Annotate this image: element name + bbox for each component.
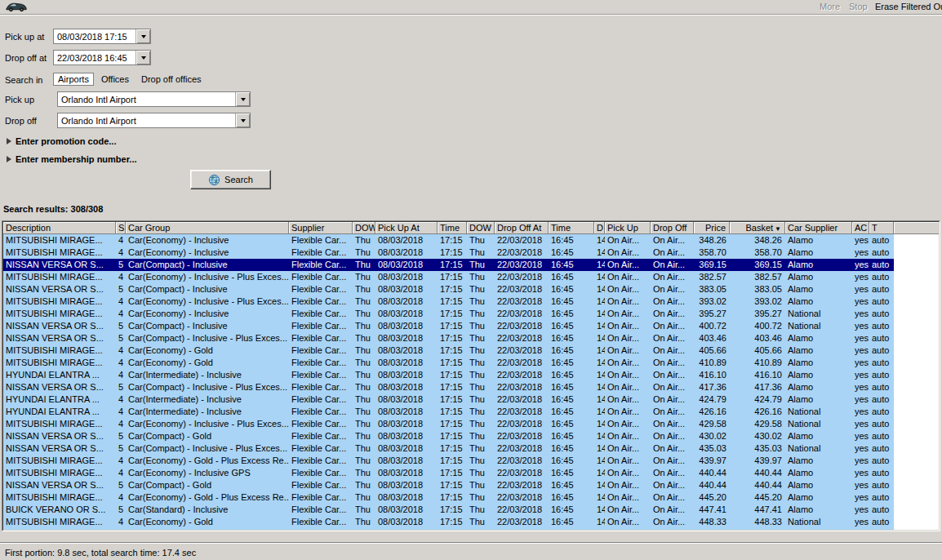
dropoff-location-combo[interactable]: Orlando Intl Airport [57, 113, 251, 128]
cell-d: 14 [594, 234, 605, 247]
table-row[interactable]: MITSUBISHI MIRAGE...4Car(Economy) - Gold… [3, 491, 894, 504]
cell-basket: 417.36 [730, 381, 785, 393]
table-row[interactable]: MITSUBISHI MIRAGE...4Car(Economy) - Gold… [3, 455, 894, 467]
column-header-s[interactable]: S [116, 222, 126, 234]
cell-pick-up: On Air... [605, 406, 651, 418]
cell-price: 445.20 [694, 491, 730, 504]
column-header-car-group[interactable]: Car Group [126, 222, 289, 234]
cell-description: BUICK VERANO OR S... [3, 504, 116, 516]
column-header-description[interactable]: Description [3, 222, 116, 234]
column-header-pick-up[interactable]: Pick Up [605, 222, 651, 234]
search-button[interactable]: Search [190, 170, 271, 189]
cell-d: 14 [594, 479, 605, 491]
cell-pick-up-at: 08/03/2018 [375, 406, 438, 418]
pickup-location-combo[interactable]: Orlando Intl Airport [57, 91, 251, 107]
membership-number-expander[interactable]: Enter membership number... [7, 154, 137, 164]
cell-ac: yes [852, 296, 869, 308]
cell-d: 14 [594, 271, 605, 283]
cell-basket: 395.27 [730, 308, 785, 320]
column-header-supplier[interactable]: Supplier [289, 222, 353, 234]
column-header-d[interactable]: D [594, 222, 605, 234]
column-header-car-supplier[interactable]: Car Supplier [785, 222, 852, 234]
cell-basket: 439.97 [730, 455, 785, 467]
erase-filtered-out-button[interactable]: Erase Filtered Out [875, 2, 942, 11]
cell-pick-up-at: 08/03/2018 [375, 296, 438, 308]
column-header-basket[interactable]: Basket▼ [730, 222, 785, 234]
table-row[interactable]: MITSUBISHI MIRAGE...4Car(Economy) - Gold… [3, 516, 894, 528]
promotion-code-expander[interactable]: Enter promotion code... [7, 136, 116, 146]
table-row[interactable]: MITSUBISHI MIRAGE...4Car(Economy) - Incl… [3, 467, 894, 479]
table-row[interactable]: MITSUBISHI MIRAGE...4Car(Economy) - Incl… [3, 418, 894, 430]
dropdown-arrow-icon[interactable] [235, 113, 250, 127]
cell-drop-off-at: 22/03/2018 [495, 320, 549, 332]
table-row[interactable]: NISSAN VERSA OR S...5Car(Compact) - Incl… [3, 381, 894, 393]
tab-drop-off-offices[interactable]: Drop off offices [136, 73, 207, 86]
cell-car-supplier: Alamo [785, 259, 852, 271]
expander-triangle-icon [7, 138, 11, 144]
column-header-dow[interactable]: DOW [353, 222, 375, 234]
cell-price: 417.36 [694, 381, 730, 393]
table-row[interactable]: MITSUBISHI MIRAGE...4Car(Economy) - Incl… [3, 296, 894, 308]
table-row[interactable]: MITSUBISHI MIRAGE...4Car(Economy) - Incl… [3, 234, 894, 247]
column-header-price[interactable]: Price [694, 222, 730, 234]
pickup-datetime-value: 08/03/2018 17:15 [54, 32, 136, 42]
table-row[interactable]: MITSUBISHI MIRAGE...4Car(Economy) - Incl… [3, 271, 894, 283]
table-row[interactable]: NISSAN VERSA OR S...5Car(Compact) - Incl… [3, 259, 894, 271]
cell-dow: Thu [467, 308, 495, 320]
cell-pick-up-at: 08/03/2018 [375, 430, 438, 442]
dropoff-datetime-combo[interactable]: 22/03/2018 16:45 [53, 50, 151, 65]
column-header-drop-off[interactable]: Drop Off [651, 222, 694, 234]
table-row[interactable]: MITSUBISHI MIRAGE...4Car(Economy) - Incl… [3, 308, 894, 320]
column-header-drop-off-at[interactable]: Drop Off At [495, 222, 549, 234]
column-header-ac[interactable]: AC [852, 222, 869, 234]
table-row[interactable]: NISSAN VERSA OR S...5Car(Compact) - Incl… [3, 332, 894, 344]
cell-t: auto [869, 430, 894, 442]
table-row[interactable]: HYUNDAI ELANTRA ...4Car(Intermediate) - … [3, 528, 894, 531]
cell-car-group: Car(Intermediate) - Inclusive - Plus Exc… [126, 528, 289, 531]
table-row[interactable]: HYUNDAI ELANTRA ...4Car(Intermediate) - … [3, 369, 894, 381]
cell-supplier: Flexible Car... [289, 479, 353, 491]
search-in-tabs: Airports Offices Drop off offices [53, 73, 209, 86]
cell-d: 14 [594, 430, 605, 442]
table-row[interactable]: HYUNDAI ELANTRA ...4Car(Intermediate) - … [3, 406, 894, 418]
dropdown-arrow-icon[interactable] [136, 51, 150, 64]
table-row[interactable]: NISSAN VERSA OR S...5Car(Compact) - Incl… [3, 442, 894, 455]
column-header-time[interactable]: Time [438, 222, 467, 234]
table-row[interactable]: MITSUBISHI MIRAGE...4Car(Economy) - Gold… [3, 344, 894, 357]
column-header-pick-up-at[interactable]: Pick Up At [375, 222, 438, 234]
dropdown-arrow-icon[interactable] [235, 92, 250, 106]
column-header-dow[interactable]: DOW [467, 222, 495, 234]
cell-pick-up: On Air... [605, 271, 651, 283]
cell-s: 5 [116, 381, 126, 393]
cell-pick-up: On Air... [605, 344, 651, 357]
table-row[interactable]: NISSAN VERSA OR S...5Car(Compact) - Incl… [3, 320, 894, 332]
cell-dow: Thu [353, 247, 375, 259]
table-row[interactable]: MITSUBISHI MIRAGE...4Car(Economy) - Gold… [3, 357, 894, 369]
cell-basket: 448.33 [730, 516, 785, 528]
column-header-t[interactable]: T [869, 222, 894, 234]
table-row[interactable]: NISSAN VERSA OR S...5Car(Compact) - Gold… [3, 479, 894, 491]
cell-pick-up: On Air... [605, 455, 651, 467]
more-button[interactable]: More [820, 2, 840, 11]
tab-offices[interactable]: Offices [96, 73, 134, 86]
table-row[interactable]: HYUNDAI ELANTRA ...4Car(Intermediate) - … [3, 393, 894, 406]
table-row[interactable]: NISSAN VERSA OR S...5Car(Compact) - Incl… [3, 283, 894, 296]
dropdown-arrow-icon[interactable] [136, 29, 150, 43]
cell-time: 16:45 [549, 455, 594, 467]
cell-t: auto [869, 357, 894, 369]
cell-description: HYUNDAI ELANTRA ... [3, 406, 116, 418]
table-row[interactable]: BUICK VERANO OR S...5Car(Standard) - Inc… [3, 504, 894, 516]
table-row[interactable]: NISSAN VERSA OR S...5Car(Compact) - Gold… [3, 430, 894, 442]
column-header-label: Car Supplier [788, 223, 838, 233]
stop-button[interactable]: Stop [849, 2, 868, 11]
cell-supplier: Flexible Car... [289, 455, 353, 467]
cell-dow: Thu [467, 442, 495, 455]
pickup-datetime-combo[interactable]: 08/03/2018 17:15 [53, 29, 151, 44]
cell-time: 17:15 [438, 369, 467, 381]
cell-description: NISSAN VERSA OR S... [3, 479, 116, 491]
tab-airports[interactable]: Airports [53, 73, 94, 86]
column-header-label: Basket [745, 223, 773, 233]
column-header-time[interactable]: Time [549, 222, 594, 234]
table-row[interactable]: MITSUBISHI MIRAGE...4Car(Economy) - Incl… [3, 247, 894, 259]
cell-dow: Thu [353, 296, 375, 308]
